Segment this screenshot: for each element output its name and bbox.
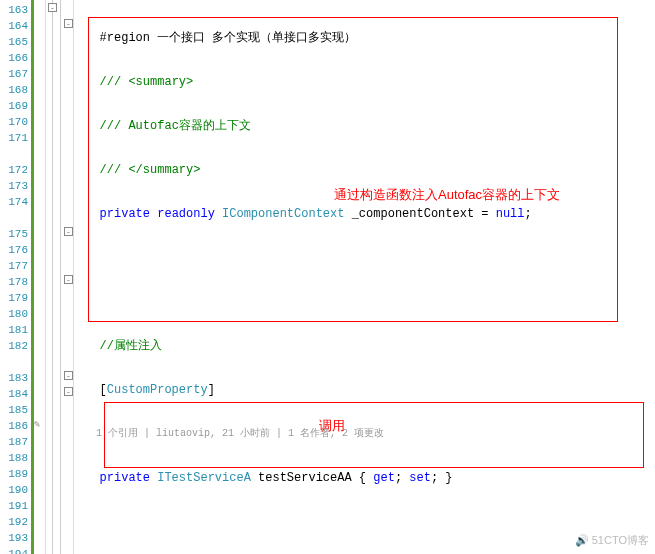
folding-area[interactable]: - - - - - - [46,0,74,554]
line-number: 179 [0,290,28,306]
code-area[interactable]: #region 一个接口 多个实现（单接口多实现） /// <summary> … [74,0,655,554]
line-number: 166 [0,50,28,66]
line-number: 191 [0,498,28,514]
fold-minus-icon[interactable]: - [64,387,73,396]
code-line: /// Autofac容器的上下文 [74,118,655,134]
line-number: 178 [0,274,28,290]
line-number [0,210,28,226]
line-number: 189 [0,466,28,482]
line-number-gutter: 163 164 165 166 167 168 169 170 171 172 … [0,0,30,554]
line-number: 184 [0,386,28,402]
fold-guide-line [52,0,53,554]
line-number: 187 [0,434,28,450]
line-number: 183 [0,370,28,386]
fold-guide-line [60,0,61,554]
code-line: //属性注入 [74,338,655,354]
code-line [74,250,655,266]
line-number: 170 [0,114,28,130]
line-number: 185 [0,402,28,418]
fold-minus-icon[interactable]: - [48,3,57,12]
line-number: 176 [0,242,28,258]
line-number: 182 [0,338,28,354]
line-number: 181 [0,322,28,338]
line-number: 171 [0,130,28,146]
watermark-label: 🔊 51CTO博客 [575,533,649,548]
margin-area: ✎ [30,0,46,554]
code-line: private readonly IComponentContext _comp… [74,206,655,222]
line-number: 175 [0,226,28,242]
line-number: 169 [0,98,28,114]
line-number: 190 [0,482,28,498]
change-marker [31,0,34,554]
line-number: 192 [0,514,28,530]
line-number: 165 [0,34,28,50]
fold-minus-icon[interactable]: - [64,371,73,380]
pencil-icon: ✎ [34,418,40,430]
line-number: 186 [0,418,28,434]
line-number: 163 [0,2,28,18]
code-line [74,514,655,530]
code-editor: 163 164 165 166 167 168 169 170 171 172 … [0,0,655,554]
line-number: 193 [0,530,28,546]
fold-minus-icon[interactable]: - [64,19,73,28]
code-line: /// <summary> [74,74,655,90]
line-number: 172 [0,162,28,178]
line-number: 177 [0,258,28,274]
line-number: 168 [0,82,28,98]
code-line: private ITestServiceA testServiceAA { ge… [74,470,655,486]
line-number: 167 [0,66,28,82]
annotation-label: 通过构造函数注入Autofac容器的上下文 [334,186,560,204]
codelens[interactable]: 1 个引用 | liutaovip, 21 小时前 | 1 名作者, 2 项更改 [74,426,655,442]
line-number [0,354,28,370]
line-number: 188 [0,450,28,466]
line-number: 164 [0,18,28,34]
line-number: 180 [0,306,28,322]
code-line: #region 一个接口 多个实现（单接口多实现） [74,30,655,46]
code-line: [CustomProperty] [74,382,655,398]
line-number: 174 [0,194,28,210]
code-line [74,294,655,310]
line-number: 194 [0,546,28,554]
code-line: /// </summary> [74,162,655,178]
fold-minus-icon[interactable]: - [64,227,73,236]
line-number: 173 [0,178,28,194]
fold-minus-icon[interactable]: - [64,275,73,284]
line-number [0,146,28,162]
